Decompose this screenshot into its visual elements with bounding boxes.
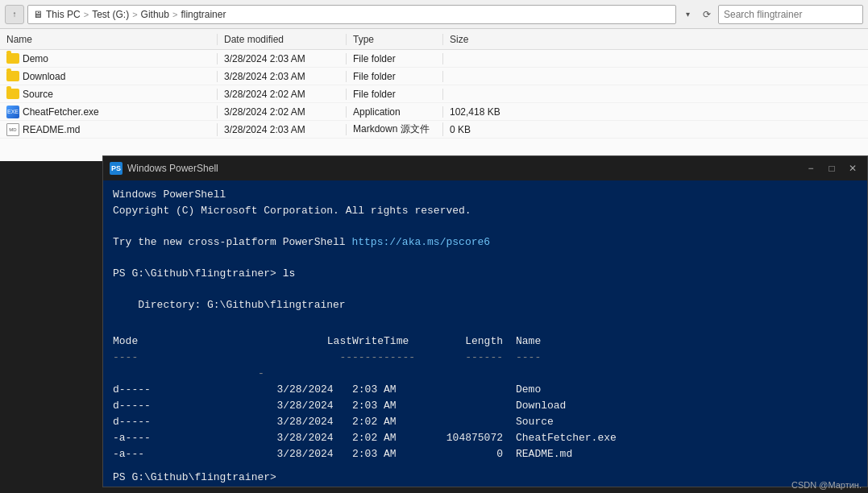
file-date-cell: 3/28/2024 2:03 AM [218, 124, 347, 135]
file-row[interactable]: EXE CheatFetcher.exe 3/28/2024 2:02 AM A… [0, 103, 868, 121]
ps-row-mode: d----- [113, 398, 258, 414]
ps-line-1: Windows PowerShell [113, 187, 858, 203]
file-name-cell: MD README.md [0, 123, 218, 136]
file-name-cell: Download [0, 71, 218, 82]
ps-directory-line: Directory: G:\Github\flingtrainer [113, 297, 858, 313]
ps-row-name: Download [516, 398, 858, 414]
folder-icon [6, 71, 19, 81]
file-size-cell: 102,418 KB [443, 106, 524, 118]
ps-row-mode: d----- [113, 414, 258, 430]
breadcrumb-thispc[interactable]: This PC [46, 9, 81, 20]
col-name-header[interactable]: Name [0, 34, 218, 45]
file-name-label: Download [23, 71, 65, 82]
file-type-cell: Markdown 源文件 [347, 122, 443, 136]
ps-table-row: -a--- 3/28/2024 2:03 AM 0 README.md [113, 446, 858, 462]
ps-row-datetime: 3/28/2024 2:03 AM [258, 446, 419, 462]
file-name-label: README.md [23, 124, 80, 135]
file-row[interactable]: Source 3/28/2024 2:02 AM File folder [0, 85, 868, 103]
col-date-header[interactable]: Date modified [218, 34, 347, 45]
ps-row-length: 0 [419, 446, 516, 462]
ps-table-header: Mode LastWriteTime Length Name [113, 334, 858, 350]
ps-row-datetime: 3/28/2024 2:02 AM [258, 430, 419, 446]
ps-row-mode: -a---- [113, 430, 258, 446]
folder-icon [6, 53, 19, 64]
ps-table-row: d----- 3/28/2024 2:03 AM Demo [113, 382, 858, 398]
file-type-cell: File folder [347, 89, 443, 100]
ps-table-sep: ---- ------------- ------ ---- [113, 350, 858, 382]
breadcrumb-github[interactable]: Github [141, 9, 169, 20]
address-bar[interactable]: 🖥 This PC > Test (G:) > Github > flingtr… [27, 5, 676, 24]
file-list: Demo 3/28/2024 2:03 AM File folder Downl… [0, 50, 868, 161]
ps-row-name: Demo [516, 382, 858, 398]
sep3: > [172, 10, 177, 19]
ps-line-blank2 [113, 250, 858, 266]
file-type-cell: Application [347, 106, 443, 118]
col-type-header[interactable]: Type [347, 34, 443, 45]
ps-final-prompt: PS G:\Github\flingtrainer> [113, 470, 858, 486]
file-date-cell: 3/28/2024 2:03 AM [218, 53, 347, 64]
ps-col-len-header: Length [419, 334, 516, 350]
ps-line-2: Copyright (C) Microsoft Corporation. All… [113, 203, 858, 219]
ps-titlebar: PS Windows PowerShell − □ ✕ [103, 156, 867, 180]
maximize-button[interactable]: □ [824, 160, 840, 176]
file-date-cell: 3/28/2024 2:03 AM [218, 71, 347, 82]
powershell-window: PS Windows PowerShell − □ ✕ Windows Powe… [102, 155, 868, 487]
ps-col-time-header: LastWriteTime [258, 334, 419, 350]
sep2: > [132, 10, 137, 19]
file-name-cell: EXE CheatFetcher.exe [0, 106, 218, 118]
file-type-cell: File folder [347, 53, 443, 64]
ps-table-row: -a---- 3/28/2024 2:02 AM 104875072 Cheat… [113, 430, 858, 446]
refresh-button[interactable]: ⟳ [699, 5, 715, 24]
file-row[interactable]: MD README.md 3/28/2024 2:03 AM Markdown … [0, 121, 868, 139]
file-name-cell: Source [0, 89, 218, 100]
address-chevron-down[interactable]: ▾ [679, 5, 696, 24]
column-headers: Name Date modified Type Size [0, 29, 868, 50]
ps-row-length: 104875072 [419, 430, 516, 446]
file-row[interactable]: Demo 3/28/2024 2:03 AM File folder [0, 50, 868, 68]
file-name-cell: Demo [0, 53, 218, 64]
ps-row-length [419, 414, 516, 430]
ps-row-mode: -a--- [113, 446, 258, 462]
md-icon: MD [6, 123, 19, 136]
ps-row-datetime: 3/28/2024 2:03 AM [258, 398, 419, 414]
file-date-cell: 3/28/2024 2:02 AM [218, 106, 347, 118]
close-button[interactable]: ✕ [845, 160, 861, 176]
ps-col-mode-header: Mode [113, 334, 258, 350]
ps-row-name: Source [516, 414, 858, 430]
ps-row-mode: d----- [113, 382, 258, 398]
file-explorer-toolbar: ↑ 🖥 This PC > Test (G:) > Github > fling… [0, 0, 868, 29]
ps-table-row: d----- 3/28/2024 2:03 AM Download [113, 398, 858, 414]
breadcrumb-flingtrainer[interactable]: flingtrainer [181, 9, 226, 20]
breadcrumb-test[interactable]: Test (G:) [92, 9, 129, 20]
ps-line-blank1 [113, 218, 858, 234]
ps-row-length [419, 398, 516, 414]
ps-row-datetime: 3/28/2024 2:03 AM [258, 382, 419, 398]
folder-icon-thispc: 🖥 [33, 9, 43, 20]
file-name-label: CheatFetcher.exe [23, 106, 99, 118]
file-date-cell: 3/28/2024 2:02 AM [218, 89, 347, 100]
col-size-header[interactable]: Size [443, 34, 524, 45]
ps-row-name: CheatFetcher.exe [516, 430, 858, 446]
file-size-cell: 0 KB [443, 124, 524, 135]
ps-link: https://aka.ms/pscore6 [351, 236, 490, 248]
file-name-label: Source [23, 89, 53, 100]
folder-icon [6, 89, 19, 99]
file-row[interactable]: Download 3/28/2024 2:03 AM File folder [0, 68, 868, 85]
ps-table-row: d----- 3/28/2024 2:02 AM Source [113, 414, 858, 430]
ps-row-name: README.md [516, 446, 858, 462]
file-type-cell: File folder [347, 71, 443, 82]
ps-table: Mode LastWriteTime Length Name ---- ----… [113, 334, 858, 382]
ps-title: Windows PowerShell [127, 163, 798, 174]
minimize-button[interactable]: − [803, 160, 819, 176]
file-explorer: ↑ 🖥 This PC > Test (G:) > Github > fling… [0, 0, 868, 161]
exe-icon: EXE [6, 106, 19, 118]
ps-row-datetime: 3/28/2024 2:02 AM [258, 414, 419, 430]
search-input[interactable] [718, 5, 863, 24]
ps-rows: d----- 3/28/2024 2:03 AM Demo d----- 3/2… [113, 382, 858, 463]
up-button[interactable]: ↑ [5, 5, 24, 24]
ps-window-icon: PS [110, 162, 123, 175]
watermark: CSDN @Мартин. [791, 480, 862, 490]
ps-prompt-ls: PS G:\Github\flingtrainer> ls [113, 266, 858, 282]
file-name-label: Demo [23, 53, 48, 64]
sep1: > [84, 10, 89, 19]
